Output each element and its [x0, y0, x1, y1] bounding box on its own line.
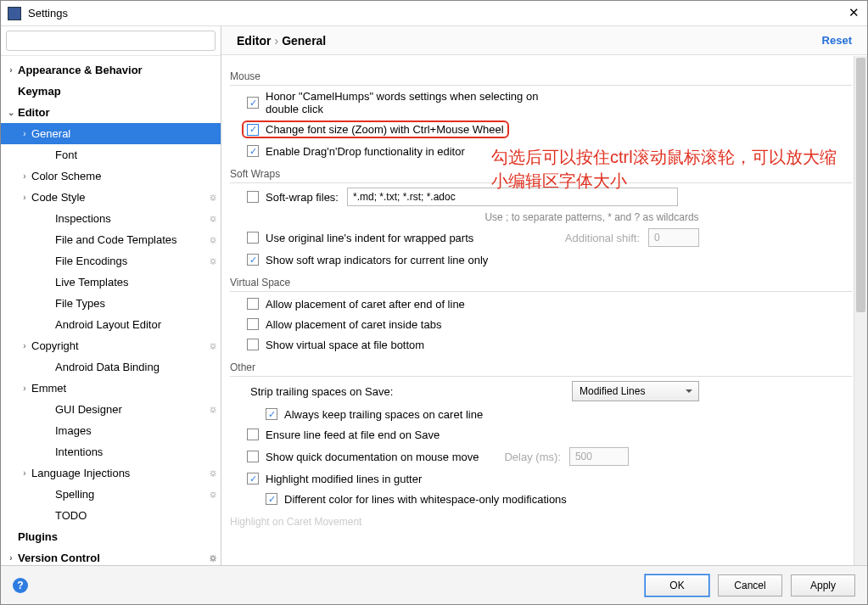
tree-item-gui-designer[interactable]: GUI Designer⛭ — [1, 399, 221, 420]
tree-item-label: Intentions — [55, 445, 221, 458]
tree-item-label: Editor — [18, 106, 221, 119]
tree-item-font[interactable]: Font — [1, 144, 221, 165]
tree-item-label: Appearance & Behavior — [18, 64, 221, 76]
section-other: Other — [230, 361, 852, 377]
chevron-icon: › — [18, 341, 31, 350]
tree-item-todo[interactable]: TODO — [1, 505, 221, 526]
checkbox-caret-tabs[interactable] — [247, 318, 259, 330]
checkbox-keep-trailing[interactable] — [266, 408, 277, 420]
softwrap-hint: Use ; to separate patterns, * and ? as w… — [332, 209, 852, 226]
tree-item-label: Keymap — [18, 85, 221, 98]
ok-button[interactable]: OK — [645, 574, 709, 597]
checkbox-show-indicators[interactable] — [247, 254, 259, 266]
reset-link[interactable]: Reset — [822, 34, 852, 47]
tree-item-label: Font — [55, 148, 221, 161]
tree-item-label: GUI Designer — [55, 403, 205, 416]
settings-tree[interactable]: ›Appearance & BehaviorKeymap⌄Editor›Gene… — [1, 56, 221, 565]
tree-item-label: Code Style — [31, 191, 205, 204]
tree-item-label: Android Data Binding — [55, 361, 221, 373]
sidebar: ›Appearance & BehaviorKeymap⌄Editor›Gene… — [1, 26, 221, 565]
tree-item-plugins[interactable]: Plugins — [1, 526, 221, 547]
highlight-zoom-option: Change font size (Zoom) with Ctrl+Mouse … — [242, 120, 509, 138]
tree-item-label: Plugins — [18, 530, 221, 543]
tree-item-label: Spelling — [55, 488, 205, 501]
checkbox-honor-camelhumps[interactable] — [247, 97, 259, 109]
strip-spaces-select[interactable]: Modified Lines — [572, 381, 699, 401]
tree-item-label: Emmet — [31, 382, 221, 395]
tree-item-live-templates[interactable]: Live Templates — [1, 272, 221, 293]
checkbox-dnd[interactable] — [247, 145, 259, 157]
softwrap-files-input[interactable] — [347, 188, 678, 206]
gear-icon: ⛭ — [205, 214, 221, 224]
tree-item-appearance-behavior[interactable]: ›Appearance & Behavior — [1, 59, 221, 81]
chevron-icon: › — [4, 553, 18, 563]
checkbox-file-bottom[interactable] — [247, 339, 259, 350]
delay-input — [569, 447, 629, 466]
chevron-icon: › — [18, 129, 31, 138]
tree-item-code-style[interactable]: ›Code Style⛭ — [1, 187, 221, 208]
chevron-icon: › — [18, 171, 31, 181]
tree-item-label: Version Control — [18, 552, 205, 564]
tree-item-android-layout-editor[interactable]: Android Layout Editor — [1, 314, 221, 335]
tree-item-label: General — [31, 127, 221, 140]
tree-item-editor[interactable]: ⌄Editor — [1, 102, 221, 123]
tree-item-file-types[interactable]: File Types — [1, 293, 221, 314]
tree-item-label: Copyright — [31, 339, 205, 352]
apply-button[interactable]: Apply — [791, 574, 855, 597]
checkbox-orig-indent[interactable] — [247, 232, 259, 244]
tree-item-label: Live Templates — [55, 276, 221, 288]
cancel-button[interactable]: Cancel — [718, 574, 782, 597]
breadcrumb: Editor›General — [237, 34, 822, 48]
app-icon — [8, 7, 21, 20]
checkbox-ensure-lf[interactable] — [247, 429, 259, 440]
scrollbar[interactable] — [854, 56, 867, 565]
tree-item-label: File Encodings — [55, 255, 205, 267]
chevron-icon: › — [18, 193, 31, 202]
tree-item-label: Inspections — [55, 212, 205, 225]
content-panel: Mouse Honor "CamelHumps" words settings … — [221, 55, 867, 565]
tree-item-label: Android Layout Editor — [55, 318, 221, 331]
section-virtual-space: Virtual Space — [230, 277, 852, 292]
tree-item-android-data-binding[interactable]: Android Data Binding — [1, 356, 221, 378]
gear-icon: ⛭ — [205, 256, 221, 266]
gear-icon: ⛭ — [205, 468, 221, 479]
tree-item-inspections[interactable]: Inspections⛭ — [1, 208, 221, 229]
checkbox-quick-doc[interactable] — [247, 451, 259, 462]
tree-item-label: Language Injections — [31, 467, 205, 479]
chevron-icon: ⌄ — [4, 108, 18, 117]
tree-item-label: TODO — [55, 509, 221, 522]
tree-item-language-injections[interactable]: ›Language Injections⛭ — [1, 462, 221, 484]
tree-item-general[interactable]: ›General — [1, 123, 221, 144]
checkbox-softwrap-files[interactable] — [247, 191, 259, 203]
gear-icon: ⛭ — [205, 405, 221, 415]
tree-item-intentions[interactable]: Intentions — [1, 441, 221, 462]
tree-item-version-control[interactable]: ›Version Control⛭ — [1, 547, 221, 565]
tree-item-keymap[interactable]: Keymap — [1, 81, 221, 102]
close-icon[interactable]: ✕ — [847, 7, 860, 20]
search-input[interactable] — [6, 31, 216, 51]
checkbox-diff-color[interactable] — [266, 493, 277, 505]
section-mouse: Mouse — [230, 70, 852, 86]
tree-item-emmet[interactable]: ›Emmet — [1, 378, 221, 399]
checkbox-highlight-modified[interactable] — [247, 473, 259, 485]
tree-item-color-scheme[interactable]: ›Color Scheme — [1, 165, 221, 187]
tree-item-copyright[interactable]: ›Copyright⛭ — [1, 335, 221, 356]
gear-icon: ⛭ — [205, 235, 221, 245]
tree-item-images[interactable]: Images — [1, 420, 221, 441]
section-softwraps: Soft Wraps — [230, 168, 852, 183]
tree-item-label: Color Scheme — [31, 170, 221, 182]
help-icon[interactable]: ? — [13, 578, 28, 593]
checkbox-caret-end[interactable] — [247, 298, 259, 310]
checkbox-zoom-font[interactable] — [247, 124, 259, 136]
gear-icon: ⛭ — [205, 341, 221, 351]
gear-icon: ⛭ — [205, 553, 221, 563]
tree-item-label: File and Code Templates — [55, 233, 205, 246]
titlebar: Settings ✕ — [1, 1, 867, 26]
tree-item-file-and-code-templates[interactable]: File and Code Templates⛭ — [1, 229, 221, 250]
section-caret-movement: Highlight on Caret Movement — [230, 516, 852, 530]
additional-shift-input — [648, 228, 699, 247]
tree-item-label: File Types — [55, 297, 221, 310]
tree-item-file-encodings[interactable]: File Encodings⛭ — [1, 250, 221, 272]
chevron-icon: › — [18, 468, 31, 478]
tree-item-spelling[interactable]: Spelling⛭ — [1, 484, 221, 505]
